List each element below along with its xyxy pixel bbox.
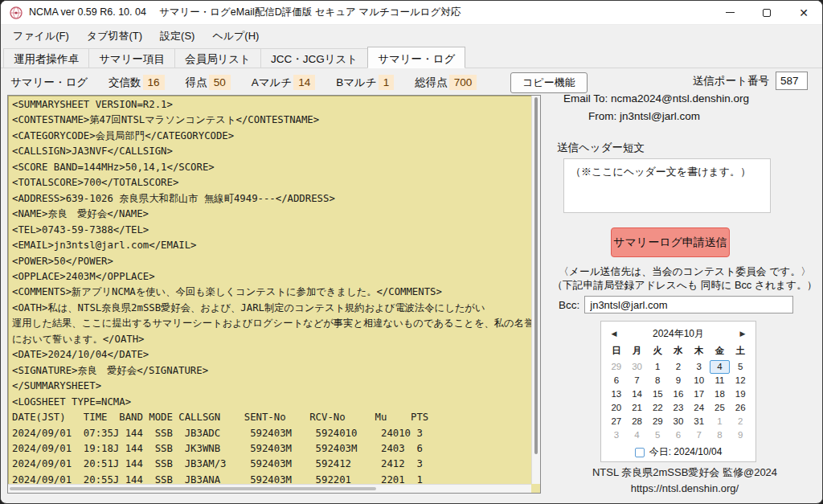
- calendar-day[interactable]: 10: [689, 374, 710, 387]
- tab-item[interactable]: 運用者操作卓: [3, 48, 89, 68]
- bcc-note: （下記申請局登録アドレスへも 同時に Bcc されます。）: [552, 279, 817, 293]
- maximize-button[interactable]: [748, 1, 785, 25]
- summary-log-textarea[interactable]: <SUMMARYSHEET VERSION=R2.1> <CONTESTNAME…: [7, 95, 541, 494]
- title-bar: NCMA ver 0.59 R6. 10. 04 サマリー・ログeMail配信D…: [1, 1, 822, 25]
- calendar-day[interactable]: 17: [689, 387, 710, 401]
- minimize-button[interactable]: [711, 1, 748, 25]
- calendar-day[interactable]: 24: [689, 401, 710, 415]
- calendar-day[interactable]: 1: [710, 415, 731, 428]
- calendar-day[interactable]: 11: [710, 374, 731, 387]
- email-to-line: Email To: ncma2024@ntsl.denshin.org: [563, 92, 749, 104]
- stat-label: 得点: [186, 76, 207, 88]
- close-button[interactable]: ✕: [785, 1, 822, 25]
- send-port-input[interactable]: [776, 72, 808, 90]
- menu-item[interactable]: タブ切替(T): [78, 25, 151, 47]
- calendar-day[interactable]: 7: [689, 428, 710, 442]
- calendar-day[interactable]: 20: [606, 401, 627, 415]
- calendar-weekday: 土: [730, 342, 751, 360]
- calendar-day[interactable]: 13: [606, 387, 627, 401]
- calendar-day[interactable]: 1: [647, 360, 668, 374]
- send-header-label: 送信ヘッダー短文: [557, 141, 645, 155]
- vertical-scrollbar-thumb[interactable]: [534, 97, 538, 454]
- calendar-day[interactable]: 8: [710, 428, 731, 442]
- calendar-day[interactable]: 21: [627, 401, 648, 415]
- calendar-day[interactable]: 18: [710, 387, 731, 401]
- calendar-month-label[interactable]: 2024年10月: [622, 327, 735, 341]
- bcc-input[interactable]: [584, 296, 793, 313]
- tab-active[interactable]: サマリー・ログ: [367, 47, 465, 68]
- bcc-row: Bcc:: [559, 296, 793, 313]
- today-label: 今日: 2024/10/04: [649, 445, 723, 459]
- stat-item: Aマルチ14: [252, 76, 316, 90]
- stats-row: サマリー・ログ 交信数16得点50Aマルチ14Bマルチ1総得点700 コピー機能: [10, 72, 588, 93]
- calendar-day[interactable]: 9: [730, 428, 751, 442]
- stat-label: Aマルチ: [252, 76, 292, 88]
- calendar-day-selected[interactable]: 4: [710, 360, 731, 374]
- calendar-day[interactable]: 29: [647, 415, 668, 428]
- calendar-day[interactable]: 8: [647, 374, 668, 387]
- email-from-line: From: jn3ntsl@jarl.com: [588, 110, 700, 122]
- menu-bar: ファイル(F)タブ切替(T)設定(S)ヘルプ(H): [1, 25, 822, 47]
- calendar-day[interactable]: 30: [668, 415, 689, 428]
- mail-destination-note: 〈メール送信先は、当会のコンテスト委員会 です。〉: [552, 265, 817, 279]
- calendar-day[interactable]: 23: [668, 401, 689, 415]
- app-window: NCMA ver 0.59 R6. 10. 04 サマリー・ログeMail配信D…: [0, 0, 823, 504]
- stat-item: 総得点700: [415, 76, 477, 90]
- submit-summary-log-button[interactable]: サマリーログ申請送信: [611, 227, 730, 257]
- calendar-day[interactable]: 30: [627, 360, 648, 374]
- stats-items: 交信数16得点50Aマルチ14Bマルチ1総得点700: [109, 76, 497, 90]
- calendar-weekday: 金: [710, 342, 731, 360]
- calendar-today-row: 今日: 2024/10/04: [606, 445, 751, 459]
- calendar-day[interactable]: 6: [668, 428, 689, 442]
- calendar-day[interactable]: 16: [668, 387, 689, 401]
- calendar-day[interactable]: 14: [627, 387, 648, 401]
- menu-item[interactable]: ヘルプ(H): [203, 25, 268, 47]
- stat-label: 総得点: [415, 76, 448, 88]
- menu-item[interactable]: ファイル(F): [4, 25, 78, 47]
- stats-title: サマリー・ログ: [10, 76, 88, 90]
- content-area: サマリー・ログ 交信数16得点50Aマルチ14Bマルチ1総得点700 コピー機能…: [1, 68, 822, 502]
- calendar-day[interactable]: 28: [627, 415, 648, 428]
- summary-log-text[interactable]: <SUMMARYSHEET VERSION=R2.1> <CONTESTNAME…: [8, 96, 540, 494]
- copy-button[interactable]: コピー機能: [510, 72, 588, 93]
- calendar-day[interactable]: 3: [606, 428, 627, 442]
- calendar-weekday: 月: [627, 342, 648, 360]
- tab-item[interactable]: JCC・JCGリスト: [260, 48, 368, 68]
- window-title: NCMA ver 0.59 R6. 10. 04 サマリー・ログeMail配信D…: [29, 6, 461, 19]
- calendar-day[interactable]: 5: [730, 360, 751, 374]
- today-checkbox[interactable]: [635, 448, 645, 457]
- calendar-day[interactable]: 31: [689, 415, 710, 428]
- calendar-day[interactable]: 12: [730, 374, 751, 387]
- calendar-weekday: 火: [647, 342, 668, 360]
- calendar-day[interactable]: 29: [606, 360, 627, 374]
- calendar-day[interactable]: 26: [730, 401, 751, 415]
- calendar-day[interactable]: 25: [710, 401, 731, 415]
- send-port-group: 送信ポート番号: [693, 72, 808, 90]
- horizontal-scrollbar-thumb[interactable]: [10, 487, 376, 490]
- footer-credit: NTSL 奈良県2mSSB愛好会 監修@2024: [552, 465, 817, 480]
- tab-item[interactable]: サマリー項目: [88, 48, 175, 68]
- send-header-textarea[interactable]: （※ここにヘッダー文を書けます。）: [563, 158, 771, 213]
- calendar-day[interactable]: 5: [647, 428, 668, 442]
- calendar-day[interactable]: 9: [668, 374, 689, 387]
- calendar-day[interactable]: 2: [668, 360, 689, 374]
- calendar-next-icon[interactable]: ▶: [735, 330, 751, 338]
- calendar-day[interactable]: 22: [647, 401, 668, 415]
- calendar-day[interactable]: 27: [606, 415, 627, 428]
- calendar-day[interactable]: 2: [730, 415, 751, 428]
- calendar-prev-icon[interactable]: ◀: [606, 330, 622, 338]
- vertical-scrollbar[interactable]: [531, 96, 540, 484]
- calendar-day[interactable]: 7: [627, 374, 648, 387]
- calendar-day[interactable]: 4: [627, 428, 648, 442]
- tab-bar: 運用者操作卓サマリー項目会員局リストJCC・JCGリストサマリー・ログ: [1, 47, 822, 68]
- horizontal-scrollbar[interactable]: [8, 484, 531, 493]
- stat-value: 50: [209, 75, 231, 90]
- calendar-day[interactable]: 3: [689, 360, 710, 374]
- bcc-label: Bcc:: [559, 299, 579, 311]
- menu-item[interactable]: 設定(S): [151, 25, 203, 47]
- minimize-icon: [726, 12, 735, 13]
- calendar-day[interactable]: 19: [730, 387, 751, 401]
- tab-item[interactable]: 会員局リスト: [174, 48, 261, 68]
- calendar-day[interactable]: 15: [647, 387, 668, 401]
- calendar-day[interactable]: 6: [606, 374, 627, 387]
